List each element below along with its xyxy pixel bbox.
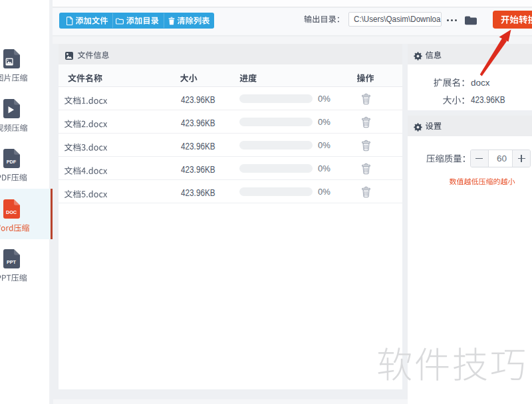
svg-text:PDF: PDF: [7, 159, 17, 165]
svg-text:DOC: DOC: [6, 209, 17, 215]
svg-text:PPT: PPT: [7, 259, 17, 265]
